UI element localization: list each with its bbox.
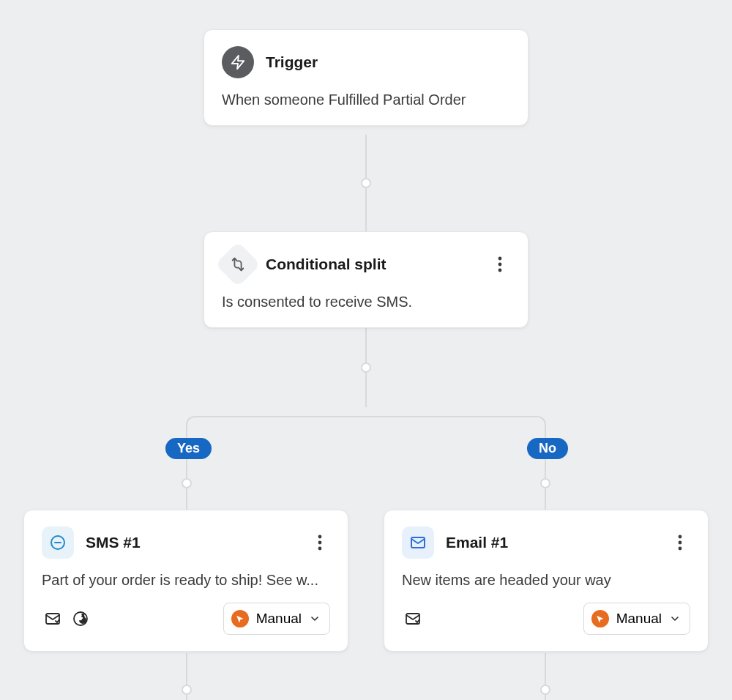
svg-point-1 xyxy=(498,257,502,261)
trigger-title: Trigger xyxy=(266,53,318,71)
connector-add-dot[interactable] xyxy=(182,478,192,488)
svg-point-6 xyxy=(318,535,322,539)
connector-add-dot[interactable] xyxy=(540,685,550,695)
svg-point-15 xyxy=(679,547,682,551)
smart-sending-icon xyxy=(42,608,64,630)
more-vertical-icon xyxy=(678,535,682,551)
chevron-down-icon xyxy=(309,613,321,625)
more-menu-button[interactable] xyxy=(670,532,690,553)
svg-point-2 xyxy=(498,263,502,267)
more-vertical-icon xyxy=(498,256,502,272)
send-mode-label: Manual xyxy=(256,611,302,627)
connector-line xyxy=(195,416,537,417)
more-menu-button[interactable] xyxy=(310,532,330,553)
send-mode-label: Manual xyxy=(616,611,662,627)
connector-add-dot[interactable] xyxy=(540,478,550,488)
connector-add-dot[interactable] xyxy=(361,178,371,188)
cursor-icon xyxy=(231,610,249,628)
flow-canvas[interactable]: { "trigger": { "title": "Trigger", "desc… xyxy=(0,0,732,700)
smart-sending-icon xyxy=(402,608,424,630)
bolt-icon xyxy=(222,46,254,78)
connector-add-dot[interactable] xyxy=(361,362,371,373)
svg-point-8 xyxy=(318,547,322,551)
email-icon xyxy=(402,526,434,559)
sms-icon xyxy=(42,526,74,559)
svg-marker-0 xyxy=(232,56,244,69)
trigger-card[interactable]: Trigger When someone Fulfilled Partial O… xyxy=(203,29,529,126)
sms-description: Part of your order is ready to ship! See… xyxy=(42,570,330,589)
connector-corner xyxy=(186,416,203,433)
send-mode-dropdown[interactable]: Manual xyxy=(223,603,330,635)
svg-point-3 xyxy=(498,269,502,272)
email-description: New items are headed your way xyxy=(402,570,690,589)
split-icon xyxy=(215,242,261,287)
connector-add-dot[interactable] xyxy=(182,685,192,695)
more-vertical-icon xyxy=(318,535,322,551)
quiet-hours-icon: z xyxy=(70,608,92,630)
split-description: Is consented to receive SMS. xyxy=(222,292,510,311)
email-card[interactable]: Email #1 New items are headed your way M… xyxy=(384,510,709,652)
send-mode-dropdown[interactable]: Manual xyxy=(583,603,690,635)
sms-card[interactable]: SMS #1 Part of your order is ready to sh… xyxy=(23,510,348,652)
branch-label-yes: Yes xyxy=(165,438,212,459)
svg-point-13 xyxy=(679,535,682,539)
branch-label-no: No xyxy=(527,438,568,459)
email-title: Email #1 xyxy=(446,534,508,551)
conditional-split-card[interactable]: Conditional split Is consented to receiv… xyxy=(203,231,529,328)
chevron-down-icon xyxy=(669,613,681,625)
cursor-icon xyxy=(591,610,609,628)
svg-point-14 xyxy=(679,541,682,545)
svg-point-7 xyxy=(318,541,322,545)
trigger-description: When someone Fulfilled Partial Order xyxy=(222,90,510,109)
connector-corner xyxy=(529,416,546,433)
more-menu-button[interactable] xyxy=(490,254,510,275)
svg-text:z: z xyxy=(82,613,84,617)
split-title: Conditional split xyxy=(266,256,386,273)
sms-title: SMS #1 xyxy=(86,534,141,551)
